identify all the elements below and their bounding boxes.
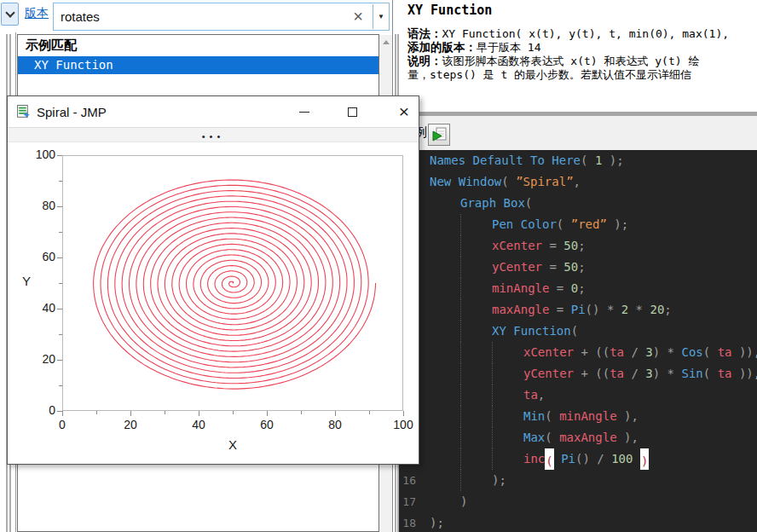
code-line[interactable]: 6yCenter = 50; bbox=[399, 257, 757, 278]
indent-guide bbox=[460, 214, 492, 235]
indent-guide bbox=[430, 491, 460, 512]
code-token-match: ) bbox=[640, 448, 649, 470]
code-token-num: 50 bbox=[563, 235, 578, 257]
code-token-num: 2 bbox=[621, 299, 628, 321]
code-editor[interactable]: 1Names Default To Here( 1 );2New Window(… bbox=[399, 150, 757, 532]
code-token-fn: Cos bbox=[681, 342, 702, 363]
version-link[interactable]: 版本 bbox=[25, 6, 49, 21]
x-tick-mark bbox=[62, 411, 63, 416]
x-tick-mark bbox=[335, 411, 336, 416]
code-line[interactable]: 10xCenter + ((ta / 3) * Cos( ta )), bbox=[399, 342, 757, 363]
jmp-journal-icon bbox=[16, 105, 31, 119]
code-token-pun: ); bbox=[602, 150, 623, 171]
doc-title: XY Function bbox=[407, 3, 492, 18]
code-line[interactable]: 9XY Function( bbox=[399, 321, 757, 342]
spiral-window: Spiral - JMP × ••• Y X 02040608010002040… bbox=[7, 95, 419, 465]
code-token-str: ”Spiral” bbox=[516, 171, 573, 193]
code-line[interactable]: 18); bbox=[399, 512, 757, 532]
chevron-down-icon bbox=[5, 8, 14, 17]
code-line[interactable]: 4Pen Color( ”red” ); bbox=[399, 214, 757, 235]
indent-guide bbox=[430, 278, 460, 299]
search-box: × ▼ bbox=[53, 3, 390, 31]
code-token-var: minAngle bbox=[492, 278, 549, 299]
close-button[interactable]: × bbox=[389, 96, 419, 127]
code-line[interactable]: 17) bbox=[399, 491, 757, 512]
run-script-icon bbox=[431, 126, 448, 143]
results-header: 示例匹配 bbox=[26, 38, 378, 54]
code-token-pun: ) * bbox=[653, 363, 682, 385]
code-token-pun: ( bbox=[557, 214, 571, 235]
scroll-up-icon bbox=[383, 40, 390, 44]
indent-guide bbox=[430, 214, 460, 235]
code-token-var: maxAngle bbox=[559, 427, 616, 448]
code-token-fn: XY Function bbox=[492, 321, 571, 342]
line-number: 16 bbox=[399, 470, 416, 491]
indent-guide bbox=[460, 448, 492, 470]
code-token-var: ta bbox=[718, 363, 732, 385]
code-token-pun: ), bbox=[617, 427, 639, 448]
indent-guide bbox=[430, 321, 460, 342]
result-item[interactable]: XY Function bbox=[18, 56, 378, 74]
indent-guide bbox=[460, 235, 492, 257]
maximize-icon bbox=[348, 107, 357, 117]
search-dropdown-icon[interactable]: ▼ bbox=[373, 13, 389, 20]
code-line[interactable]: 5xCenter = 50; bbox=[399, 235, 757, 257]
code-token-match: ( bbox=[545, 448, 553, 470]
doc-line: 量，steps() 是 t 的最小步数。若默认值不显示详细信 bbox=[407, 67, 691, 83]
x-axis-title: X bbox=[62, 437, 403, 452]
code-line[interactable]: 11yCenter + ((ta / 3) * Sin( ta )), bbox=[399, 363, 757, 385]
code-token-pun: ); bbox=[430, 512, 444, 532]
code-token-pun: () / bbox=[575, 448, 611, 470]
minimize-button[interactable] bbox=[289, 96, 320, 127]
code-token-num: 50 bbox=[563, 257, 578, 278]
run-script-button[interactable] bbox=[428, 124, 450, 146]
drag-handle[interactable]: ••• bbox=[8, 127, 419, 142]
indent-guide bbox=[430, 385, 460, 406]
indent-guide bbox=[460, 385, 492, 406]
code-token-var: ta bbox=[610, 342, 624, 363]
y-tick-label: 100 bbox=[20, 147, 55, 161]
indent-guide bbox=[460, 321, 492, 342]
indent-guide bbox=[430, 427, 460, 448]
scroll-up-button[interactable] bbox=[379, 35, 393, 49]
indent-guide bbox=[460, 406, 492, 427]
code-line[interactable]: 3Graph Box( bbox=[399, 193, 757, 214]
code-token-num: 3 bbox=[645, 363, 652, 385]
code-token-pun: ) * bbox=[653, 342, 682, 363]
code-line[interactable]: 7minAngle = 0; bbox=[399, 278, 757, 299]
x-minor-tick bbox=[301, 411, 302, 414]
x-tick-mark bbox=[130, 411, 131, 416]
code-token-pun: ( bbox=[581, 150, 595, 171]
x-tick-label: 0 bbox=[47, 418, 78, 431]
filter-dropdown-button[interactable] bbox=[1, 3, 19, 26]
indent-guide bbox=[460, 427, 492, 448]
indent-guide bbox=[460, 470, 492, 491]
y-tick-label: 80 bbox=[20, 199, 55, 212]
code-line[interactable]: 14Max( maxAngle ), bbox=[399, 427, 757, 448]
code-line[interactable]: 8maxAngle = Pi() * 2 * 20; bbox=[399, 299, 757, 321]
code-line[interactable]: 1Names Default To Here( 1 ); bbox=[399, 150, 757, 171]
code-line[interactable]: 16); bbox=[399, 470, 757, 491]
window-title: Spiral - JMP bbox=[37, 105, 107, 119]
maximize-button[interactable] bbox=[337, 96, 367, 127]
code-line[interactable]: 13Min( minAngle ), bbox=[399, 406, 757, 427]
code-token-pun: ( bbox=[545, 406, 559, 427]
indent-guide bbox=[430, 406, 460, 427]
indent-guide bbox=[430, 363, 460, 385]
search-input[interactable] bbox=[54, 5, 344, 28]
clear-search-icon[interactable]: × bbox=[344, 4, 373, 29]
code-token-var: ta bbox=[718, 342, 732, 363]
indent-guide bbox=[492, 406, 523, 427]
code-token-pun: ( bbox=[571, 321, 578, 342]
code-token-pun: ( bbox=[545, 427, 559, 448]
code-line[interactable]: 12ta, bbox=[399, 385, 757, 406]
spiral-plot bbox=[62, 155, 403, 411]
line-number: 18 bbox=[399, 512, 416, 532]
code-token-str: ”red” bbox=[571, 214, 607, 235]
code-token-pun: ; bbox=[578, 235, 585, 257]
code-token-num: 1 bbox=[595, 150, 602, 171]
code-line[interactable]: 2New Window( ”Spiral”, bbox=[399, 171, 757, 193]
code-line[interactable]: 15inc( Pi() / 100 ) bbox=[399, 448, 757, 470]
x-tick-mark bbox=[403, 411, 404, 416]
indent-guide bbox=[430, 235, 460, 257]
